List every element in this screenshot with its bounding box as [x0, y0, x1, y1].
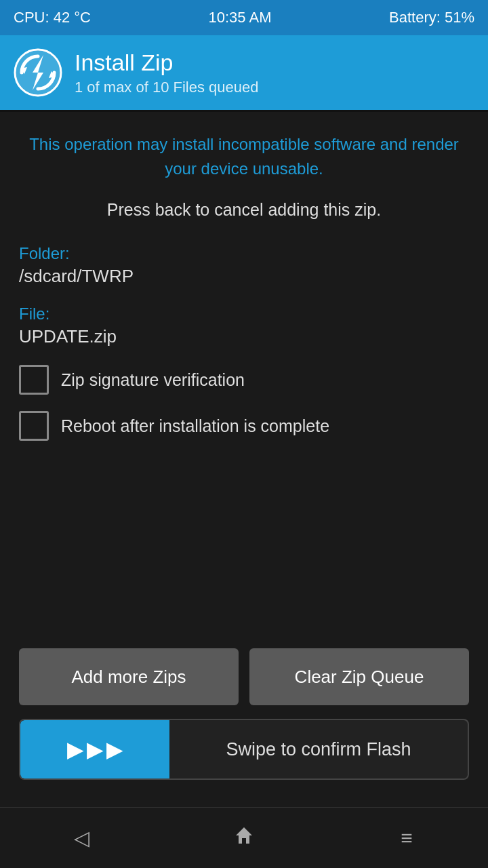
arrow-2: ▶ — [87, 736, 104, 762]
header-subtitle: 1 of max of 10 Files queued — [75, 79, 259, 96]
install-zip-icon — [14, 48, 62, 97]
home-icon — [233, 825, 255, 851]
clear-zip-queue-button[interactable]: Clear Zip Queue — [249, 648, 469, 705]
file-label: File: — [19, 304, 469, 323]
status-bar: CPU: 42 °C 10:35 AM Battery: 51% — [0, 0, 488, 35]
buttons-row: Add more Zips Clear Zip Queue — [19, 648, 469, 705]
reboot-label: Reboot after installation is complete — [61, 416, 329, 436]
zip-signature-checkbox[interactable] — [19, 365, 49, 395]
battery-status: Battery: 51% — [389, 9, 474, 26]
zip-signature-label: Zip signature verification — [61, 370, 245, 390]
swipe-handle[interactable]: ▶ ▶ ▶ — [20, 720, 169, 778]
cpu-status: CPU: 42 °C — [14, 9, 91, 26]
folder-value: /sdcard/TWRP — [19, 266, 469, 287]
swipe-bar[interactable]: ▶ ▶ ▶ Swipe to confirm Flash — [19, 719, 469, 780]
back-icon: ◁ — [74, 826, 89, 850]
main-content: This operation may install incompatible … — [0, 112, 488, 807]
warning-text: This operation may install incompatible … — [19, 132, 469, 181]
swipe-label: Swipe to confirm Flash — [226, 739, 411, 760]
cancel-text: Press back to cancel adding this zip. — [19, 200, 469, 220]
menu-icon: ≡ — [401, 827, 413, 850]
time-status: 10:35 AM — [209, 9, 272, 26]
header-text: Install Zip 1 of max of 10 Files queued — [75, 49, 259, 97]
folder-label: Folder: — [19, 244, 469, 263]
menu-nav-button[interactable]: ≡ — [386, 818, 427, 859]
header: Install Zip 1 of max of 10 Files queued — [0, 35, 488, 110]
arrow-3: ▶ — [106, 736, 123, 762]
file-value: UPDATE.zip — [19, 326, 469, 347]
bottom-nav: ◁ ≡ — [0, 807, 488, 868]
swipe-text-area: Swipe to confirm Flash — [169, 739, 468, 760]
swipe-arrows: ▶ ▶ ▶ — [67, 736, 123, 762]
header-title: Install Zip — [75, 49, 259, 77]
reboot-row[interactable]: Reboot after installation is complete — [19, 411, 469, 441]
reboot-checkbox[interactable] — [19, 411, 49, 441]
zip-signature-row[interactable]: Zip signature verification — [19, 365, 469, 395]
home-nav-button[interactable] — [224, 818, 264, 859]
add-more-zips-button[interactable]: Add more Zips — [19, 648, 239, 705]
back-nav-button[interactable]: ◁ — [61, 818, 102, 859]
arrow-1: ▶ — [67, 736, 84, 762]
